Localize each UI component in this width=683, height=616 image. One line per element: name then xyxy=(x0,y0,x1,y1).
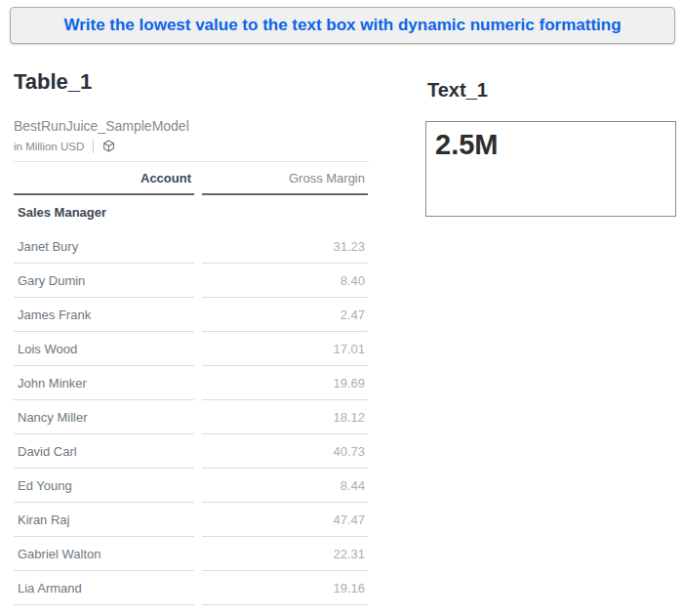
table-grid: Account Gross Margin Sales ManagerJanet … xyxy=(14,161,369,605)
value-cell[interactable]: 8.44 xyxy=(202,469,368,503)
account-cell[interactable]: Kiran Raj xyxy=(14,503,194,537)
value-cell[interactable]: 22.31 xyxy=(202,537,368,571)
table-row: Lois Wood17.01 xyxy=(14,332,369,366)
scale-divider xyxy=(93,140,94,153)
table-row: Lia Armand19.16 xyxy=(14,571,369,605)
table-header-row: Account Gross Margin xyxy=(14,162,369,195)
column-header-gross-margin[interactable]: Gross Margin xyxy=(202,162,368,195)
table-scale-label: in Million USD xyxy=(14,141,84,152)
table-row: Janet Bury31.23 xyxy=(14,229,369,264)
text-widget: Text_1 2.5M xyxy=(425,78,676,217)
value-cell[interactable]: 31.23 xyxy=(202,229,368,264)
column-header-account[interactable]: Account xyxy=(14,162,194,195)
account-cell[interactable]: David Carl xyxy=(14,434,194,469)
table-scale-row: in Million USD xyxy=(14,138,369,154)
account-cell[interactable]: Lois Wood xyxy=(14,332,194,366)
value-cell[interactable]: 18.12 xyxy=(202,400,368,434)
value-cell[interactable]: 8.40 xyxy=(202,264,368,298)
account-cell[interactable]: John Minker xyxy=(14,366,194,400)
table-row: James Frank2.47 xyxy=(14,298,369,332)
task-instruction-banner[interactable]: Write the lowest value to the text box w… xyxy=(10,7,675,44)
table-row: Gabriel Walton22.31 xyxy=(14,537,369,571)
value-cell[interactable]: 2.47 xyxy=(202,298,368,332)
value-cell[interactable] xyxy=(202,195,368,229)
table-row: Ed Young8.44 xyxy=(14,469,369,503)
value-cell[interactable]: 19.69 xyxy=(202,366,368,400)
account-cell[interactable]: Sales Manager xyxy=(14,195,194,229)
table-body: Sales ManagerJanet Bury31.23Gary Dumin8.… xyxy=(14,195,369,605)
account-cell[interactable]: Janet Bury xyxy=(14,229,194,264)
account-cell[interactable]: James Frank xyxy=(14,298,194,332)
table-row: Gary Dumin8.40 xyxy=(14,264,369,298)
table-subtitle: BestRunJuice_SampleModel xyxy=(14,117,369,135)
table-row: Nancy Miller18.12 xyxy=(14,400,369,434)
account-cell[interactable]: Ed Young xyxy=(14,469,194,503)
value-cell[interactable]: 40.73 xyxy=(202,434,368,469)
table-widget: Table_1 BestRunJuice_SampleModel in Mill… xyxy=(14,68,369,605)
account-cell[interactable]: Gary Dumin xyxy=(14,264,194,298)
value-cell[interactable]: 47.47 xyxy=(202,503,368,537)
text-box-value: 2.5M xyxy=(435,129,498,160)
model-cube-icon[interactable] xyxy=(102,140,115,152)
account-cell[interactable]: Nancy Miller xyxy=(14,400,194,434)
table-group-row: Sales Manager xyxy=(14,195,369,229)
table-row: John Minker19.69 xyxy=(14,366,369,400)
account-cell[interactable]: Gabriel Walton xyxy=(14,537,194,571)
table-title: Table_1 xyxy=(14,68,369,96)
value-cell[interactable]: 17.01 xyxy=(202,332,368,366)
value-text-box[interactable]: 2.5M xyxy=(425,121,676,217)
account-cell[interactable]: Lia Armand xyxy=(14,571,194,605)
table-row: Kiran Raj47.47 xyxy=(14,503,369,537)
text-widget-title: Text_1 xyxy=(427,78,676,102)
value-cell[interactable]: 19.16 xyxy=(202,571,368,605)
table-row: David Carl40.73 xyxy=(14,434,369,469)
